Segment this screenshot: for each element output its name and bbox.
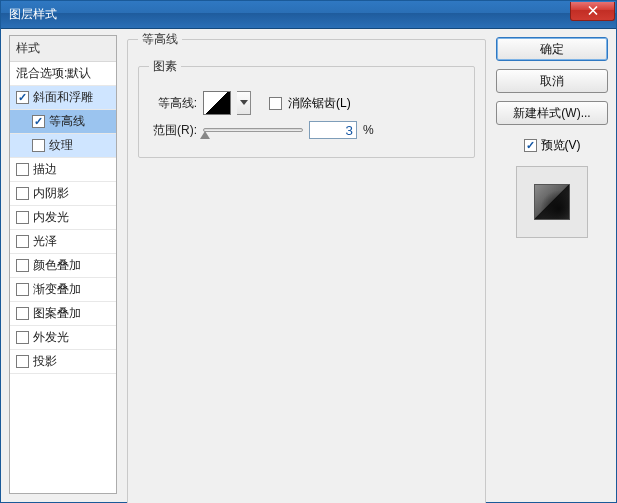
style-checkbox[interactable] [16, 259, 29, 272]
style-checkbox[interactable] [16, 211, 29, 224]
style-list: 样式 混合选项:默认 斜面和浮雕 等高线 纹理 描边 内阴 [9, 35, 117, 494]
chevron-down-icon [240, 100, 248, 106]
elements-group: 图素 等高线: 消除锯齿(L) 范围(R): [138, 58, 475, 158]
cancel-button[interactable]: 取消 [496, 69, 608, 93]
button-label: 确定 [540, 41, 564, 58]
style-checkbox[interactable] [16, 307, 29, 320]
style-item-label: 颜色叠加 [33, 257, 81, 274]
range-unit: % [363, 123, 374, 137]
style-item-blend-options[interactable]: 混合选项:默认 [10, 62, 116, 86]
close-button[interactable] [570, 2, 615, 21]
group-title: 等高线 [138, 31, 182, 48]
group-title: 图素 [149, 58, 181, 75]
contour-group: 等高线 图素 等高线: 消除锯齿(L) 范围(R): [127, 31, 486, 503]
range-slider[interactable] [203, 128, 303, 132]
style-item-texture[interactable]: 纹理 [10, 134, 116, 158]
style-item-label: 等高线 [49, 113, 85, 130]
style-item-satin[interactable]: 光泽 [10, 230, 116, 254]
client-area: 样式 混合选项:默认 斜面和浮雕 等高线 纹理 描边 内阴 [1, 29, 616, 502]
slider-thumb-icon[interactable] [200, 131, 210, 139]
preview-label: 预览(V) [541, 137, 581, 154]
contour-swatch[interactable] [203, 91, 231, 115]
style-item-label: 描边 [33, 161, 57, 178]
contour-label: 等高线: [149, 95, 197, 112]
range-label: 范围(R): [149, 122, 197, 139]
style-item-gradient-overlay[interactable]: 渐变叠加 [10, 278, 116, 302]
style-item-label: 斜面和浮雕 [33, 89, 93, 106]
preview-toggle-row: 预览(V) [496, 137, 608, 154]
style-item-stroke[interactable]: 描边 [10, 158, 116, 182]
style-checkbox[interactable] [16, 235, 29, 248]
style-item-label: 纹理 [49, 137, 73, 154]
style-checkbox[interactable] [16, 283, 29, 296]
style-item-label: 内发光 [33, 209, 69, 226]
style-item-label: 渐变叠加 [33, 281, 81, 298]
style-item-label: 光泽 [33, 233, 57, 250]
style-item-label: 内阴影 [33, 185, 69, 202]
style-item-color-overlay[interactable]: 颜色叠加 [10, 254, 116, 278]
style-item-bevel[interactable]: 斜面和浮雕 [10, 86, 116, 110]
style-item-label: 混合选项:默认 [16, 65, 91, 82]
style-item-label: 图案叠加 [33, 305, 81, 322]
style-checkbox[interactable] [16, 355, 29, 368]
style-item-contour[interactable]: 等高线 [10, 110, 116, 134]
antialias-checkbox[interactable] [269, 97, 282, 110]
titlebar: 图层样式 [1, 1, 616, 29]
range-row: 范围(R): % [149, 121, 464, 139]
style-item-inner-shadow[interactable]: 内阴影 [10, 182, 116, 206]
window-title: 图层样式 [9, 6, 570, 23]
antialias-label: 消除锯齿(L) [288, 95, 351, 112]
style-item-label: 外发光 [33, 329, 69, 346]
style-checkbox[interactable] [16, 163, 29, 176]
new-style-button[interactable]: 新建样式(W)... [496, 101, 608, 125]
action-column: 确定 取消 新建样式(W)... 预览(V) [496, 35, 608, 494]
button-label: 新建样式(W)... [513, 105, 590, 122]
style-item-pattern-overlay[interactable]: 图案叠加 [10, 302, 116, 326]
contour-dropdown[interactable] [237, 91, 251, 115]
ok-button[interactable]: 确定 [496, 37, 608, 61]
preview-swatch [516, 166, 588, 238]
button-label: 取消 [540, 73, 564, 90]
style-item-outer-glow[interactable]: 外发光 [10, 326, 116, 350]
style-item-label: 投影 [33, 353, 57, 370]
style-checkbox[interactable] [16, 91, 29, 104]
style-checkbox[interactable] [16, 331, 29, 344]
style-item-drop-shadow[interactable]: 投影 [10, 350, 116, 374]
range-input[interactable] [309, 121, 357, 139]
style-item-inner-glow[interactable]: 内发光 [10, 206, 116, 230]
close-icon [588, 6, 598, 15]
preview-thumbnail [534, 184, 570, 220]
style-checkbox[interactable] [32, 139, 45, 152]
style-list-header[interactable]: 样式 [10, 36, 116, 62]
style-checkbox[interactable] [32, 115, 45, 128]
contour-row: 等高线: 消除锯齿(L) [149, 91, 464, 115]
preview-checkbox[interactable] [524, 139, 537, 152]
layer-style-dialog: 图层样式 样式 混合选项:默认 斜面和浮雕 等高线 纹理 [0, 0, 617, 503]
style-checkbox[interactable] [16, 187, 29, 200]
settings-panel: 等高线 图素 等高线: 消除锯齿(L) 范围(R): [123, 35, 490, 494]
